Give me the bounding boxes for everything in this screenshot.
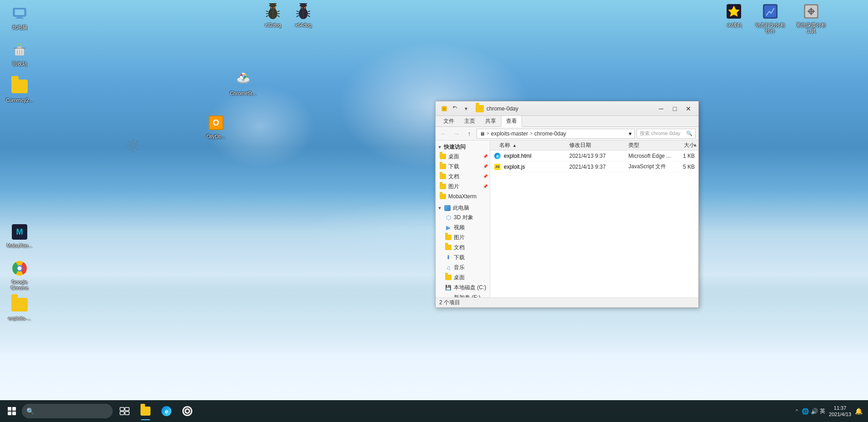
sidebar-item-drive-e1[interactable]: ─ 新加卷 (E:) — [436, 292, 490, 297]
sidebar-item-desktop[interactable]: 桌面 📌 — [436, 151, 490, 161]
desktop-icon-google-chrome[interactable]: GoogleChrome — [4, 259, 35, 291]
desktop-icon-gear[interactable] — [117, 136, 149, 156]
quick-access-label: 快速访问 — [444, 143, 466, 151]
desktop-icon-currency[interactable]: Currency2... — [4, 77, 35, 103]
up-button[interactable]: ↑ — [464, 129, 475, 139]
maximize-button[interactable]: □ — [668, 104, 681, 114]
tab-home[interactable]: 主页 — [459, 116, 480, 126]
windows-logo-icon — [8, 407, 16, 415]
forward-button[interactable]: → — [451, 129, 462, 139]
svg-line-43 — [308, 11, 310, 12]
language-indicator[interactable]: 英 — [820, 407, 825, 415]
close-button[interactable]: ✕ — [682, 104, 695, 114]
sidebar-downloads-icon — [439, 163, 447, 170]
sidebar-item-pc-pictures[interactable]: 图片 — [436, 232, 490, 242]
network-icon[interactable]: 🌐 — [802, 408, 809, 415]
desktop-icon-chrome-setup[interactable]: ChromeSt... — [227, 70, 259, 96]
sidebar-item-downloads[interactable]: 下载 📌 — [436, 161, 490, 171]
sidebar-item-video[interactable]: ▶ 视频 — [436, 222, 490, 232]
back-button[interactable]: ← — [438, 129, 449, 139]
desktop-icon-exploits[interactable]: exploits-... — [4, 296, 35, 322]
svg-rect-77 — [120, 412, 124, 415]
address-bar[interactable]: 🖥 > exploits-master > chrome-0day ▾ — [477, 129, 635, 139]
sidebar-item-drive-c[interactable]: 💾 本地磁盘 (C:) — [436, 282, 490, 292]
col-header-name[interactable]: 名称 ▲ — [490, 141, 567, 149]
col-header-type[interactable]: 类型 — [626, 141, 671, 149]
desktop-icon-label-currency: Currency2... — [6, 97, 33, 103]
address-part-exploits[interactable]: exploits-master — [491, 131, 528, 137]
svg-line-55 — [136, 148, 138, 150]
sidebar-pc-pictures-icon — [445, 234, 452, 241]
tab-share[interactable]: 共享 — [480, 116, 501, 126]
tray-expand-icon[interactable]: ^ — [796, 408, 798, 414]
file-name-exploit-html: exploit.html — [490, 152, 567, 160]
sidebar-item-pictures[interactable]: 图片 📌 — [436, 181, 490, 191]
desktop-icon-sysdeep[interactable]: 系统深度分析工具 — [795, 2, 827, 34]
sysdeep-icon — [802, 2, 820, 20]
sidebar-pc-pictures-label: 图片 — [454, 234, 465, 241]
file-list-container: 名称 ▲ 修改日期 类型 大小 ▲ — [490, 141, 698, 297]
desktop-icon-x64dbg[interactable]: x64dbg — [287, 2, 319, 28]
desktop-icon-this-pc[interactable]: 此电脑 — [4, 5, 35, 30]
sidebar-item-mobaxterm[interactable]: MobaXterm — [436, 191, 490, 201]
sidebar-pc-docs-icon — [445, 244, 452, 251]
sidebar-pictures-pin: 📌 — [483, 184, 488, 189]
sidebar-item-docs[interactable]: 文档 📌 — [436, 171, 490, 181]
file-row-exploit-js[interactable]: JS exploit.js 2021/4/13 9:37 JavaScript … — [490, 161, 698, 172]
sidebar-docs-label: 文档 — [448, 173, 459, 181]
title-bar: ▾ chrome-0day ─ □ ✕ — [436, 101, 698, 116]
quick-access-properties-btn[interactable] — [439, 104, 449, 114]
search-box[interactable]: 搜索 chrome-0day 🔍 — [637, 129, 696, 139]
sidebar-item-pc-downloads[interactable]: ⬇ 下载 — [436, 252, 490, 262]
this-pc-icon — [444, 204, 451, 211]
desktop-icon-x32dbg[interactable]: x32dbg — [257, 2, 289, 28]
taskbar-task-view[interactable] — [115, 401, 135, 421]
svg-point-37 — [304, 7, 306, 9]
svg-rect-32 — [270, 3, 276, 5]
sidebar-item-music[interactable]: ♫ 音乐 — [436, 262, 490, 272]
title-folder-icon — [476, 105, 484, 112]
minimize-button[interactable]: ─ — [655, 104, 667, 114]
quick-access-dropdown-btn[interactable]: ▾ — [461, 104, 471, 114]
svg-line-28 — [277, 11, 280, 12]
sidebar-this-pc-label: 此电脑 — [453, 204, 469, 212]
tab-file[interactable]: 文件 — [438, 116, 459, 126]
address-dropdown-btn[interactable]: ▾ — [629, 131, 632, 137]
desktop-icon-dynamic[interactable]: 动态行为分析软件 — [754, 2, 786, 34]
desktop-icon-ollydbg[interactable]: O OllyDb... — [200, 114, 232, 140]
taskbar-search[interactable]: 🔍 — [22, 404, 113, 418]
sidebar-item-pc-docs[interactable]: 文档 — [436, 242, 490, 252]
file-date-exploit-js: 2021/4/13 9:37 — [567, 164, 626, 170]
sidebar-item-pc-desktop[interactable]: 桌面 — [436, 272, 490, 282]
task-view-icon — [120, 407, 130, 415]
quick-access-undo-btn[interactable] — [450, 104, 460, 114]
svg-text:O: O — [213, 118, 219, 127]
taskbar-edge[interactable]: e — [156, 401, 176, 421]
start-button[interactable] — [2, 401, 22, 421]
title-bar-left: ▾ chrome-0day — [439, 104, 518, 114]
clock[interactable]: 11:37 2021/4/13 — [829, 405, 851, 418]
svg-rect-3 — [15, 18, 24, 19]
sidebar-pc-desktop-label: 桌面 — [454, 274, 465, 281]
desktop-icon-mobaxt[interactable]: M MobaXter... — [4, 223, 35, 249]
svg-point-36 — [301, 7, 303, 9]
desktop-icon-recycle[interactable]: 回收站 — [4, 41, 35, 67]
tab-view[interactable]: 查看 — [501, 116, 522, 127]
notification-icon[interactable]: 🔔 — [855, 407, 863, 415]
desktop-icon-label-google-chrome: GoogleChrome — [10, 279, 28, 291]
sidebar-item-3dobjects[interactable]: ⬡ 3D 对象 — [436, 212, 490, 222]
file-row-exploit-html[interactable]: exploit.html 2021/4/13 9:37 Microsoft Ed… — [490, 151, 698, 161]
address-part-chrome0day[interactable]: chrome-0day — [534, 131, 566, 137]
gear-icon — [124, 136, 142, 155]
svg-line-30 — [277, 15, 280, 17]
svg-rect-47 — [301, 3, 306, 5]
sidebar-quick-access-header[interactable]: ▼ 快速访问 — [436, 142, 490, 151]
time-display: 11:37 — [834, 405, 847, 411]
sidebar-this-pc-header[interactable]: ▼ 此电脑 — [436, 203, 490, 212]
desktop-icon-huorong[interactable]: 火绒剑 — [718, 2, 750, 28]
col-header-date[interactable]: 修改日期 — [567, 141, 626, 149]
volume-icon[interactable]: 🔊 — [811, 408, 818, 415]
system-tray: ^ 🌐 🔊 英 11:37 2021/4/13 🔔 — [796, 405, 866, 418]
taskbar-steelseries[interactable] — [177, 401, 197, 421]
taskbar-file-explorer[interactable] — [135, 401, 156, 421]
